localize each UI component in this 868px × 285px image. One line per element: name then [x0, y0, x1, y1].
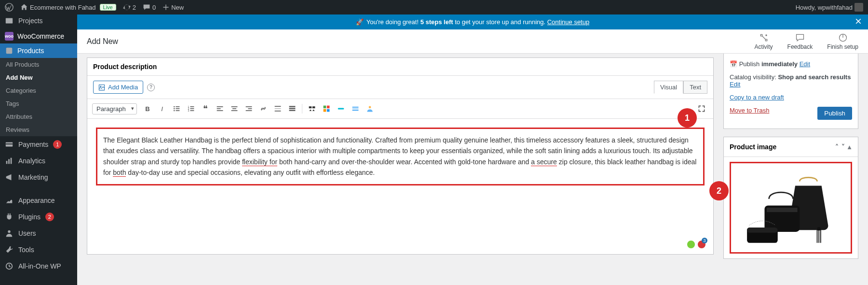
sidebar-item-payments[interactable]: Payments 1 — [0, 136, 77, 153]
edit-visibility-link[interactable]: Edit — [730, 81, 740, 88]
site-home[interactable]: Ecommerce with Fahad Live — [20, 3, 116, 11]
sidebar-label: Users — [18, 229, 36, 237]
blockquote-icon[interactable]: ❝ — [199, 102, 212, 115]
bullet-list-icon[interactable] — [170, 102, 183, 115]
sidebar-label: Appearance — [18, 197, 55, 204]
link-icon[interactable] — [257, 102, 270, 115]
new-content[interactable]: New — [163, 4, 184, 11]
sidebar-item-woocommerce[interactable]: woo WooCommerce — [0, 29, 77, 43]
sidebar-label: WooCommerce — [17, 32, 64, 40]
sidebar-item-projects[interactable]: Projects — [0, 14, 77, 29]
svg-rect-47 — [353, 107, 359, 108]
sidebar-item-products[interactable]: Products — [0, 43, 77, 58]
sidebar-subitem-attributes[interactable]: Attributes — [0, 110, 77, 123]
tab-finish-setup[interactable]: Finish setup — [827, 33, 858, 50]
panel-toggle-icon[interactable]: ▴ — [847, 142, 852, 152]
payments-badge: 1 — [53, 140, 62, 149]
postbox-title: Product description — [93, 63, 157, 71]
sidebar-label: Products — [17, 47, 44, 55]
add-media-button[interactable]: Add Media — [93, 81, 143, 94]
yoast-badges[interactable]: 3 — [686, 240, 706, 249]
move-to-trash-link[interactable]: Move to Trash — [730, 107, 769, 114]
sidebar-subitem-reviews[interactable]: Reviews — [0, 123, 77, 136]
comments-link[interactable]: 0 — [143, 3, 156, 11]
sidebar-item-appearance[interactable]: Appearance — [0, 192, 77, 209]
svg-rect-1 — [6, 18, 13, 24]
seo-bad-icon: 3 — [697, 240, 706, 249]
editor-body[interactable]: 1 The Elegant Black Leather Handbag is t… — [87, 119, 713, 254]
svg-rect-37 — [289, 106, 296, 107]
bold-icon[interactable]: B — [141, 102, 154, 115]
sidebar-item-users[interactable]: Users — [0, 225, 77, 242]
calendar-icon: 📅 — [730, 60, 737, 68]
svg-rect-14 — [176, 106, 179, 107]
fullscreen-icon[interactable] — [695, 102, 708, 115]
editor-tab-text[interactable]: Text — [683, 81, 707, 94]
blocks-icon[interactable] — [320, 102, 333, 115]
sidebar-subitem-categories[interactable]: Categories — [0, 84, 77, 97]
format-select[interactable]: Paragraph — [92, 103, 137, 114]
howdy-account[interactable]: Howdy, wpwithfahad — [796, 3, 863, 12]
svg-rect-30 — [231, 110, 238, 111]
product-description-box: Product description Add Media ? Visual T… — [87, 57, 714, 255]
svg-rect-34 — [275, 106, 281, 107]
sidebar-item-marketing[interactable]: Marketing — [0, 169, 77, 185]
tab-activity[interactable]: Activity — [755, 33, 773, 50]
shortcode-icon[interactable] — [305, 102, 319, 115]
postbox-header: Product description — [87, 58, 713, 76]
sidebar-subitem-add-new[interactable]: Add New — [0, 71, 77, 84]
continue-setup-link[interactable]: Continue setup — [547, 18, 589, 26]
hr-icon[interactable] — [349, 102, 362, 115]
page-title: Add New — [87, 37, 118, 46]
svg-rect-28 — [231, 106, 238, 107]
marketing-icon — [5, 173, 14, 182]
updates-link[interactable]: 2 — [123, 3, 136, 11]
banner-text: You're doing great! 5 steps left to get … — [366, 18, 589, 26]
svg-rect-41 — [312, 106, 315, 108]
svg-rect-49 — [353, 110, 359, 111]
sidebar-item-analytics[interactable]: Analytics — [0, 153, 77, 169]
sidebar-subitem-tags[interactable]: Tags — [0, 97, 77, 110]
sidebar-item-tools[interactable]: Tools — [0, 242, 77, 258]
panel-up-icon[interactable]: ˄ — [834, 142, 840, 152]
toolbar-toggle-icon[interactable] — [285, 102, 299, 115]
readmore-icon[interactable] — [271, 102, 285, 115]
copy-draft-link[interactable]: Copy to a new draft — [730, 94, 784, 101]
editor-tab-visual[interactable]: Visual — [654, 81, 683, 94]
annotation-marker-2: 2 — [709, 181, 729, 200]
tools-icon — [5, 245, 14, 254]
analytics-icon — [5, 157, 14, 165]
sidebar-subitem-all-products[interactable]: All Products — [0, 58, 77, 71]
sidebar-label: Payments — [18, 141, 48, 148]
svg-point-50 — [369, 106, 371, 108]
italic-icon[interactable]: I — [155, 102, 169, 115]
insert-icon[interactable] — [334, 102, 348, 115]
sidebar-item-plugins[interactable]: Plugins 2 — [0, 209, 77, 225]
wp-logo[interactable] — [5, 3, 14, 12]
sidebar-label: Marketing — [18, 173, 48, 181]
panel-down-icon[interactable]: ˅ — [841, 142, 846, 152]
align-left-icon[interactable] — [213, 102, 227, 115]
tab-label: Finish setup — [827, 43, 858, 50]
seo-good-icon — [686, 240, 696, 249]
svg-rect-40 — [309, 106, 312, 108]
banner-prefix: You're doing great! — [366, 18, 420, 26]
publish-button[interactable]: Publish — [817, 107, 852, 120]
description-text[interactable]: The Elegant Black Leather Handbag is the… — [96, 128, 705, 185]
close-icon[interactable] — [854, 17, 862, 27]
add-media-label: Add Media — [108, 84, 138, 91]
comments-count: 0 — [152, 4, 156, 11]
tab-feedback[interactable]: Feedback — [787, 33, 813, 50]
svg-rect-18 — [176, 110, 179, 111]
align-center-icon[interactable] — [228, 102, 241, 115]
woocommerce-icon: woo — [5, 32, 14, 41]
edit-schedule-link[interactable]: Edit — [800, 60, 810, 68]
banner-middle: to get your store up and running. — [453, 18, 547, 26]
svg-rect-43 — [327, 106, 330, 109]
align-right-icon[interactable] — [242, 102, 256, 115]
product-image-thumbnail[interactable] — [730, 162, 852, 254]
user-icon[interactable] — [363, 102, 377, 115]
number-list-icon[interactable]: 123 — [184, 102, 198, 115]
sidebar-item-all-in-one[interactable]: All-in-One WP — [0, 258, 77, 274]
help-icon[interactable]: ? — [147, 84, 155, 91]
